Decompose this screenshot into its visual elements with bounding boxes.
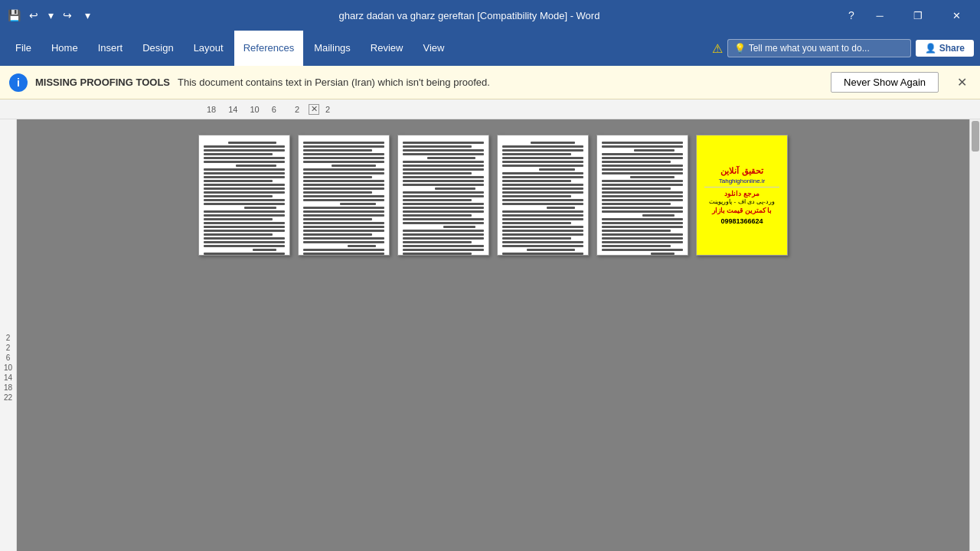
- ad-content: تحقیق آنلاین Tahghighonline.ir مرجع دانل…: [701, 162, 782, 227]
- ruler-marks: 18 14 10 6 2 ✕ 2: [23, 104, 330, 115]
- ad-line2: با کمترین قیمت بازار: [704, 207, 779, 214]
- save-icon[interactable]: 💾: [6, 8, 21, 23]
- share-button[interactable]: 👤 Share: [916, 40, 974, 57]
- page-thumbnail-2[interactable]: [298, 135, 390, 256]
- ad-subtitle: مرجع دانلود: [704, 190, 779, 197]
- customize-qat-icon[interactable]: ▾: [80, 8, 95, 23]
- page-1-content: [199, 135, 289, 256]
- tell-me-box[interactable]: 💡 Tell me what you want to do...: [727, 39, 911, 57]
- ad-site: Tahghighonline.ir: [704, 178, 779, 184]
- tab-layout[interactable]: Layout: [185, 31, 233, 66]
- workspace: 2 2 6 10 14 18 22: [0, 119, 980, 551]
- ruler-marker: ✕: [309, 104, 319, 115]
- never-show-button[interactable]: Never Show Again: [831, 72, 939, 93]
- page-thumbnail-1[interactable]: [198, 135, 290, 256]
- undo-redo-group: ↩ ▾ ↪: [26, 8, 75, 23]
- undo-dropdown[interactable]: ▾: [43, 8, 58, 23]
- info-icon: i: [9, 73, 28, 92]
- page-thumbnail-5[interactable]: [596, 135, 688, 256]
- scroll-thumb[interactable]: [972, 121, 979, 152]
- title-bar-left: 💾 ↩ ▾ ↪ ▾: [6, 8, 95, 23]
- title-bar: 💾 ↩ ▾ ↪ ▾ gharz dadan va gharz gereftan …: [0, 0, 980, 31]
- person-icon: 👤: [925, 43, 936, 54]
- page-thumbnail-6-ad[interactable]: تحقیق آنلاین Tahghighonline.ir مرجع دانل…: [696, 135, 788, 256]
- pages-row: تحقیق آنلاین Tahghighonline.ir مرجع دانل…: [198, 135, 788, 256]
- restore-button[interactable]: ❐: [900, 0, 936, 31]
- ribbon-search-area: ⚠ 💡 Tell me what you want to do... 👤 Sha…: [712, 31, 974, 66]
- ad-title: تحقیق آنلاین: [704, 165, 779, 177]
- page-2-content: [299, 135, 389, 256]
- tab-review[interactable]: Review: [361, 31, 413, 66]
- page-thumbnail-4[interactable]: [497, 135, 589, 256]
- tab-view[interactable]: View: [413, 31, 453, 66]
- notification-bar: i MISSING PROOFING TOOLS This document c…: [0, 66, 980, 99]
- minimize-button[interactable]: ─: [862, 0, 897, 31]
- ad-phone: 09981366624: [704, 217, 779, 225]
- document-area: تحقیق آنلاین Tahghighonline.ir مرجع دانل…: [17, 119, 969, 551]
- notification-message: This document contains text in Persian (…: [178, 77, 490, 88]
- help-icon[interactable]: ?: [844, 8, 859, 23]
- redo-icon[interactable]: ↪: [60, 8, 75, 23]
- vertical-ruler: 2 2 6 10 14 18 22: [0, 119, 17, 551]
- page-3-content: [398, 135, 488, 256]
- tab-design[interactable]: Design: [133, 31, 182, 66]
- tab-mailings[interactable]: Mailings: [305, 31, 360, 66]
- horizontal-ruler: 18 14 10 6 2 ✕ 2: [0, 99, 980, 119]
- page-thumbnail-3[interactable]: [397, 135, 489, 256]
- undo-icon[interactable]: ↩: [26, 8, 41, 23]
- close-button[interactable]: ✕: [939, 0, 974, 31]
- notification-bold-text: MISSING PROOFING TOOLS: [35, 77, 170, 88]
- page-5-content: [597, 135, 688, 256]
- tab-home[interactable]: Home: [42, 31, 87, 66]
- page-4-content: [498, 135, 588, 256]
- search-placeholder: Tell me what you want to do...: [749, 43, 870, 54]
- tab-references[interactable]: References: [234, 31, 303, 66]
- lightbulb-icon: 💡: [734, 43, 746, 54]
- close-notification-icon[interactable]: ✕: [952, 73, 971, 92]
- ribbon: File Home Insert Design Layout Reference…: [0, 31, 980, 66]
- tab-file[interactable]: File: [6, 31, 41, 66]
- window-title: gharz dadan va gharz gereftan [Compatibi…: [95, 10, 844, 21]
- ad-line1: ورد-پی دی اف - پاورپوینت: [704, 197, 779, 207]
- warning-icon: ⚠: [712, 41, 723, 56]
- tab-insert[interactable]: Insert: [89, 31, 132, 66]
- share-label: Share: [939, 43, 965, 54]
- title-bar-right: ? ─ ❐ ✕: [844, 0, 974, 31]
- vertical-scrollbar[interactable]: [969, 119, 980, 551]
